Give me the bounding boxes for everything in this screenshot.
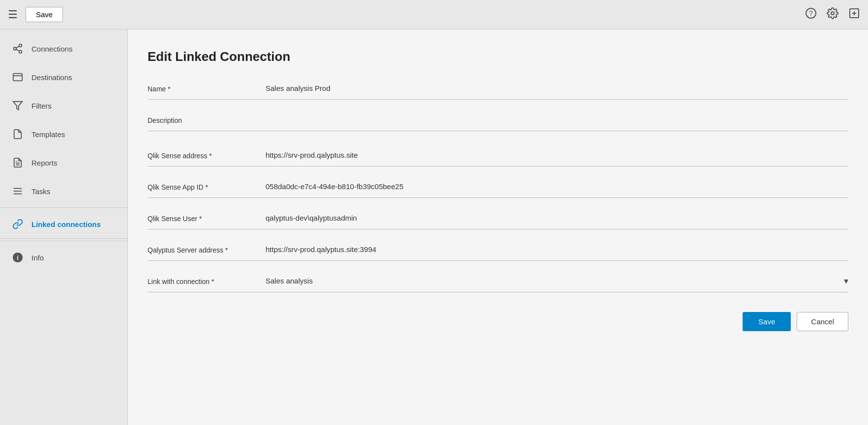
- add-window-icon[interactable]: [848, 7, 860, 22]
- svg-text:?: ?: [809, 9, 813, 17]
- page-title: Edit Linked Connection: [148, 49, 848, 64]
- name-field-row: Name *: [148, 82, 848, 100]
- svg-text:i: i: [17, 255, 18, 261]
- layout: Connections Destinations Filters Templat…: [0, 29, 868, 425]
- reports-icon: [12, 157, 24, 168]
- svg-line-9: [16, 49, 19, 51]
- qlik-sense-user-row: Qlik Sense User *: [148, 212, 848, 229]
- connections-icon: [12, 43, 24, 54]
- qlik-sense-app-id-label: Qlik Sense App ID *: [148, 180, 266, 191]
- sidebar-label-info: Info: [31, 254, 44, 262]
- sidebar-item-destinations[interactable]: Destinations: [0, 63, 127, 91]
- sidebar-item-tasks[interactable]: Tasks: [0, 177, 127, 205]
- sidebar: Connections Destinations Filters Templat…: [0, 29, 128, 425]
- sidebar-divider: [0, 207, 127, 208]
- description-input[interactable]: [266, 113, 848, 126]
- sidebar-label-reports: Reports: [31, 159, 58, 167]
- topbar: ☰ Save ?: [0, 0, 868, 29]
- sidebar-item-connections[interactable]: Connections: [0, 34, 127, 63]
- qalyptus-server-label: Qalyptus Server address *: [148, 243, 266, 254]
- filters-icon: [12, 100, 24, 111]
- sidebar-item-info[interactable]: i Info: [0, 243, 127, 272]
- sidebar-label-filters: Filters: [31, 102, 52, 110]
- destinations-icon: [12, 72, 24, 83]
- main-content: Edit Linked Connection Name * Descriptio…: [128, 29, 868, 425]
- sidebar-label-linked-connections: Linked connections: [31, 220, 101, 228]
- sidebar-item-filters[interactable]: Filters: [0, 91, 127, 120]
- qlik-sense-user-label: Qlik Sense User *: [148, 212, 266, 223]
- tasks-icon: [12, 186, 24, 197]
- save-button[interactable]: Save: [743, 312, 791, 331]
- link-with-connection-row: Link with connection * Sales analysis ▾: [148, 275, 848, 292]
- hamburger-icon[interactable]: ☰: [8, 8, 18, 21]
- svg-point-7: [14, 47, 17, 50]
- qlik-sense-app-id-input-wrapper: [266, 180, 848, 193]
- description-label: Description: [148, 113, 266, 124]
- form-actions: Save Cancel: [148, 312, 848, 331]
- link-with-connection-dropdown-wrapper: Sales analysis ▾: [266, 275, 848, 287]
- templates-icon: [12, 129, 24, 140]
- qalyptus-server-input[interactable]: [266, 243, 848, 255]
- qlik-sense-app-id-row: Qlik Sense App ID *: [148, 180, 848, 198]
- linked-connections-icon: [12, 219, 24, 229]
- qlik-sense-user-input-wrapper: [266, 212, 848, 224]
- info-icon: i: [12, 252, 24, 263]
- svg-line-10: [16, 46, 19, 48]
- name-label: Name *: [148, 82, 266, 93]
- description-field-row: Description: [148, 113, 848, 131]
- settings-icon[interactable]: [827, 7, 838, 22]
- name-input-wrapper: [266, 82, 848, 94]
- qlik-sense-app-id-input[interactable]: [266, 180, 848, 193]
- qlik-sense-address-label: Qlik Sense address *: [148, 149, 266, 160]
- svg-point-8: [19, 51, 22, 54]
- qlik-sense-address-input-wrapper: [266, 149, 848, 161]
- sidebar-divider-2: [0, 241, 127, 241]
- qlik-sense-user-input[interactable]: [266, 212, 848, 224]
- name-input[interactable]: [266, 82, 848, 94]
- save-top-button[interactable]: Save: [26, 7, 63, 22]
- sidebar-label-tasks: Tasks: [31, 187, 50, 196]
- qalyptus-server-row: Qalyptus Server address *: [148, 243, 848, 261]
- sidebar-label-connections: Connections: [31, 45, 72, 53]
- svg-marker-13: [13, 102, 22, 110]
- sidebar-item-linked-connections[interactable]: Linked connections: [0, 210, 127, 239]
- sidebar-item-templates[interactable]: Templates: [0, 120, 127, 148]
- sidebar-item-reports[interactable]: Reports: [0, 148, 127, 177]
- svg-point-6: [19, 44, 22, 47]
- qlik-sense-address-row: Qlik Sense address *: [148, 149, 848, 167]
- cancel-button[interactable]: Cancel: [797, 312, 848, 331]
- qlik-sense-address-input[interactable]: [266, 149, 848, 161]
- sidebar-label-destinations: Destinations: [31, 73, 72, 82]
- link-with-connection-select[interactable]: Sales analysis: [266, 275, 848, 287]
- description-input-wrapper: [266, 113, 848, 126]
- qalyptus-server-input-wrapper: [266, 243, 848, 255]
- svg-rect-11: [13, 74, 22, 81]
- svg-point-2: [831, 12, 834, 15]
- help-icon[interactable]: ?: [805, 7, 817, 22]
- sidebar-label-templates: Templates: [31, 130, 65, 139]
- link-with-connection-label: Link with connection *: [148, 275, 266, 285]
